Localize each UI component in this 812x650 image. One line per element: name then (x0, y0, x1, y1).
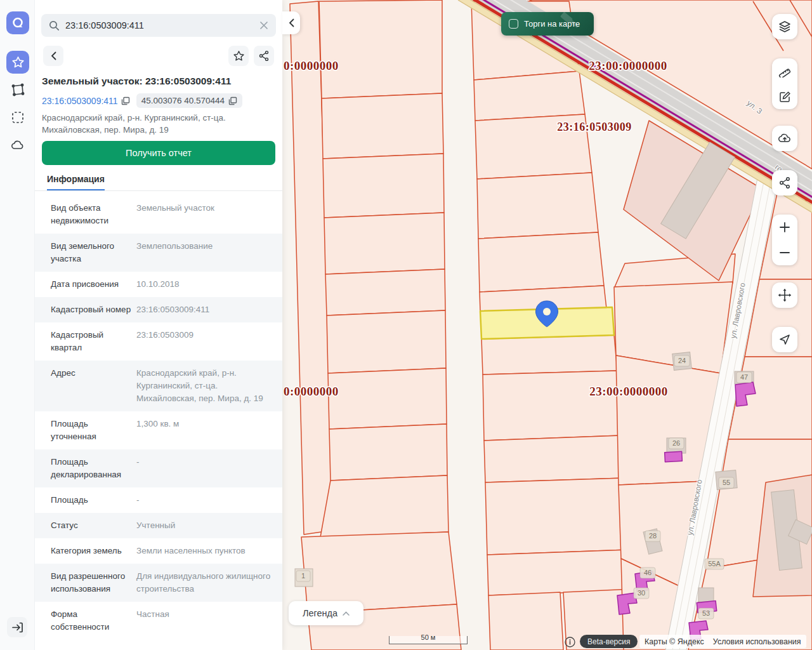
favorites-tool-active[interactable] (6, 51, 29, 74)
zoom-out-button[interactable] (772, 240, 797, 265)
parcel[interactable] (319, 0, 442, 98)
logout-button[interactable] (7, 617, 27, 637)
district-label: 23:00:0000000 (589, 59, 667, 72)
share-button[interactable] (254, 46, 274, 66)
row-value: Земельный участок (136, 202, 273, 227)
table-row: Категория земельЗемли населенных пунктов (35, 538, 282, 564)
quarter-label: 23:16:0503009 (557, 121, 632, 133)
map-canvas[interactable]: 24 47 26 55 28 55А 46 30 53 1 0:0000000 … (282, 0, 812, 650)
favorite-button[interactable] (228, 46, 249, 66)
measure-edit-group (772, 58, 797, 109)
table-row: СтатусУчтенный (35, 513, 282, 538)
trades-on-map-button[interactable]: Торги на карте (501, 12, 594, 36)
plus-icon (780, 222, 790, 232)
table-row: Вид объекта недвижимостиЗемельный участо… (35, 196, 282, 234)
collapse-panel-button[interactable] (282, 11, 300, 34)
house-label: 30 (638, 589, 645, 597)
parcel[interactable] (483, 371, 621, 441)
row-value: Для индивидуального жилищного строительс… (136, 570, 273, 595)
cadastral-number-link[interactable]: 23:16:0503009:411 (42, 96, 130, 106)
parcel[interactable] (324, 213, 445, 274)
row-value: 1,300 кв. м (136, 418, 273, 443)
attribution-terms-link[interactable]: Условия использования (713, 637, 801, 646)
parcel[interactable] (484, 435, 624, 482)
district-label-partial: 0:0000000 (284, 59, 339, 72)
trades-checkbox[interactable] (509, 19, 518, 29)
parcel-address: Краснодарский край, р-н. Курганинский, с… (42, 112, 277, 136)
parcel[interactable] (478, 232, 604, 292)
parcel[interactable] (488, 592, 563, 650)
layers-button[interactable] (772, 14, 797, 39)
house-label: 55 (723, 479, 730, 486)
locate-button[interactable] (772, 327, 797, 352)
parcel-chips: 23:16:0503009:411 45.003076 40.570444 (42, 93, 242, 108)
coordinates-chip[interactable]: 45.003076 40.570444 (136, 93, 242, 108)
chevron-left-icon (51, 51, 56, 60)
table-row: Кадастровый номер23:16:0503009:411 (35, 297, 282, 322)
parcel[interactable] (329, 424, 447, 481)
minus-icon (780, 248, 790, 258)
select-area-tool[interactable] (10, 109, 26, 126)
row-label: Дата присвоения (51, 278, 136, 291)
row-value: Земли населенных пунктов (136, 545, 273, 557)
polygon-tool[interactable] (10, 81, 26, 98)
table-row: АдресКраснодарский край, р-н. Курганинск… (35, 361, 282, 411)
parcel[interactable] (474, 71, 585, 121)
dashed-selection-icon (11, 110, 25, 124)
row-label: Вид объекта недвижимости (51, 202, 136, 227)
layers-icon (778, 20, 791, 33)
house-label: 47 (740, 373, 748, 381)
map-attribution: Карты © Яндекс Условия использования (639, 635, 806, 648)
parcel[interactable] (485, 478, 629, 555)
parcel[interactable] (320, 475, 449, 537)
navigation-arrow-icon (778, 333, 791, 346)
back-button[interactable] (43, 46, 63, 66)
parcel[interactable] (322, 93, 443, 159)
search-input[interactable] (65, 20, 254, 30)
get-report-button[interactable]: Получить отчет (42, 141, 275, 165)
search-bar[interactable] (41, 14, 276, 37)
ruler-button[interactable] (772, 58, 797, 84)
chevron-up-icon (343, 611, 350, 616)
upload-button[interactable] (772, 126, 797, 151)
gavel-icon (554, 12, 582, 36)
parcel[interactable] (477, 173, 598, 239)
row-label: Статус (51, 519, 136, 532)
copy-icon[interactable] (121, 96, 130, 105)
district-label: 23:00:0000000 (589, 385, 668, 398)
row-label: Форма собственности (51, 608, 136, 633)
share-icon (258, 50, 270, 62)
house-label: 53 (702, 609, 710, 617)
parcel[interactable] (325, 269, 445, 315)
row-value: 10.10.2018 (136, 278, 273, 291)
info-icon (565, 637, 575, 647)
tab-information[interactable]: Информация (47, 174, 105, 191)
star-icon (11, 56, 25, 69)
parcel[interactable] (327, 310, 446, 373)
app-logo[interactable] (6, 11, 29, 34)
clear-search-icon[interactable] (259, 21, 268, 30)
zoom-in-button[interactable] (772, 215, 797, 240)
parcel[interactable] (481, 335, 617, 375)
house-label: 1 (301, 572, 305, 580)
info-button[interactable] (563, 635, 576, 648)
row-value: 23:16:0503009:411 (136, 303, 273, 316)
parcel[interactable] (328, 368, 447, 429)
row-label: Вид земельного участка (51, 240, 136, 265)
parcel[interactable] (487, 550, 631, 595)
scale-label: 50 м (390, 633, 467, 641)
share-icon (778, 176, 791, 189)
coordinates-text: 45.003076 40.570444 (141, 96, 225, 105)
row-label: Площадь декларированная (51, 456, 136, 481)
legend-button[interactable]: Легенда (289, 601, 363, 625)
copy-icon[interactable] (228, 96, 237, 105)
parcel[interactable] (323, 154, 444, 218)
district-label-partial: 0:0000000 (284, 385, 339, 398)
row-label: Адрес (51, 367, 136, 405)
share-map-button[interactable] (772, 170, 797, 196)
search-icon (49, 20, 60, 31)
pan-button[interactable] (772, 282, 797, 308)
map-scale-bar: 50 м (389, 636, 468, 644)
edit-button[interactable] (772, 84, 797, 109)
cloud-tool[interactable] (10, 137, 26, 154)
